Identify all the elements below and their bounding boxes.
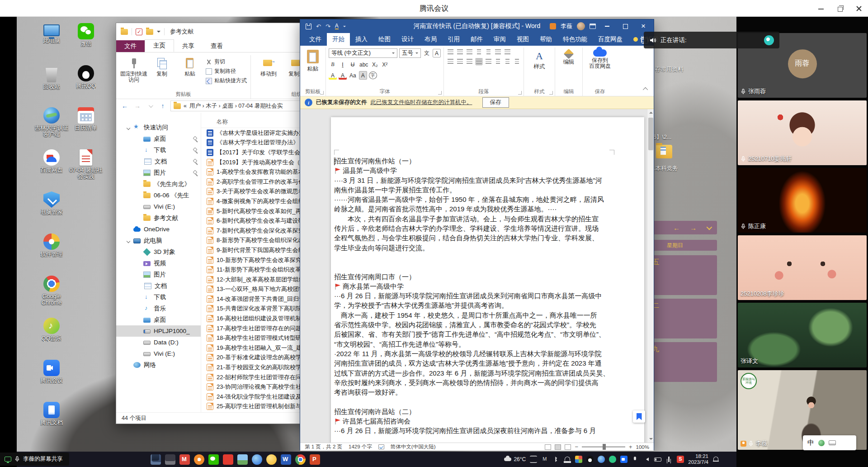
participant-tile[interactable]: 25210208李珍珍 [738, 235, 867, 300]
file-row[interactable]: 16-高校社团组织建设及管理机制_以哈 [201, 314, 316, 324]
nav-item[interactable]: OneDrive [116, 224, 201, 235]
notifications-icon[interactable] [712, 456, 719, 463]
nav-item[interactable]: 此电脑 [116, 235, 201, 246]
save-icon[interactable] [306, 24, 311, 29]
calendar-prev-icon[interactable]: ← [673, 224, 680, 232]
paste-button[interactable]: 粘贴 [303, 48, 323, 88]
cut-button[interactable]: 剪切 [206, 58, 247, 66]
file-row[interactable]: 18-高校学生社团管理模式转型研究_孟 [201, 333, 316, 343]
font-style-button[interactable]: B [329, 60, 337, 69]
file-row[interactable]: 8-新形势下高校学生会组织深化改革路 [201, 236, 316, 246]
desktop-icon[interactable]: 07-04 暑期社会实践 [68, 149, 104, 191]
file-row[interactable]: 《吉林大学学生社团管理办法》【全文 [201, 138, 316, 148]
tray-icon[interactable] [677, 456, 684, 463]
desktop-label[interactable]: 6】\2... [653, 133, 671, 141]
file-row[interactable]: 5-新时代高校学生会改革如何_再出发_ [201, 206, 316, 216]
participant-tile[interactable]: 25210710姜兆轩 [738, 100, 867, 165]
document-page[interactable]: 招生宣传河南焦作站（一） 温县第一高级中学 ····3 月 31 日，新能源与环… [331, 117, 644, 443]
participant-tile[interactable]: 张译文 [738, 303, 867, 367]
file-row[interactable]: 【2017】关于印发《学联学生会组织改 [201, 148, 316, 157]
explorer-tab[interactable]: 共享 [174, 40, 203, 52]
ribbon-tab[interactable]: 帮助 [534, 33, 557, 46]
taskbar-icon[interactable] [165, 454, 175, 465]
ribbon-tab[interactable]: 引用 [442, 33, 465, 46]
account-name[interactable]: 李薇 [561, 22, 572, 30]
file-row[interactable]: 【2019】关于推动高校学生会（研究生 [201, 157, 316, 167]
desktop-icon[interactable]: 电脑管家 [34, 191, 69, 234]
styles-button[interactable]: A 样式 [527, 48, 552, 71]
ribbon-tab[interactable]: 邮件 [465, 33, 488, 46]
paste-shortcut-button[interactable]: 粘贴快捷方式 [206, 77, 247, 85]
ribbon-tab[interactable]: 布局 [419, 33, 442, 46]
nav-item[interactable]: HPLJP1000_ [116, 325, 201, 337]
file-row[interactable]: 12-大部制_改革高校基层团学组织__省 [201, 275, 316, 285]
qat-dropdown-icon[interactable] [343, 26, 346, 29]
taskbar-icon[interactable] [310, 454, 320, 465]
desktop-icon[interactable]: 腾讯文档 [34, 402, 69, 444]
print-layout-icon[interactable] [555, 444, 561, 450]
tray-icon[interactable] [586, 456, 594, 463]
character-shading-button[interactable]: A [359, 71, 367, 80]
character-border-button[interactable]: A [433, 49, 441, 57]
file-row[interactable]: 4-微案例视角下的高校学生会组织改革 [201, 196, 316, 206]
file-row[interactable]: 19-高校学生社团融入_双一流_建设的若 [201, 343, 316, 353]
notif-link[interactable]: 此已恢复文件临时存储在您的计算机中。 [371, 99, 472, 106]
numbering-button[interactable] [456, 48, 464, 56]
explorer-tab[interactable]: 主页 [145, 39, 174, 52]
taskbar-icon[interactable] [266, 454, 277, 465]
taskbar-icon[interactable] [208, 454, 219, 465]
file-row[interactable]: 10-新形势下高校学生会改革探究_基于 [201, 255, 316, 265]
tray-icon[interactable] [552, 456, 560, 463]
dialog-launcher-icon[interactable] [438, 91, 442, 95]
desktop-icon[interactable]: 软件管理 [34, 234, 69, 276]
chevron-icon[interactable] [127, 124, 133, 131]
tray-icon[interactable] [530, 456, 537, 463]
nav-item[interactable]: 网络 [116, 359, 201, 371]
zoom-out-icon[interactable]: − [575, 443, 578, 450]
nav-item[interactable]: 桌面 [116, 133, 201, 144]
save-to-baidu-button[interactable]: 保存到百度网盘 [585, 48, 614, 69]
nav-item[interactable]: 下载 [116, 291, 201, 303]
ime-language[interactable]: 中 [807, 438, 814, 447]
font-style-button[interactable]: I [339, 60, 347, 69]
calendar-next-icon[interactable]: → [690, 224, 697, 232]
tray-icon[interactable] [609, 456, 616, 463]
sort-button[interactable] [494, 48, 502, 56]
vertical-scrollbar[interactable] [647, 109, 654, 443]
nav-item[interactable]: 下载 [116, 144, 201, 156]
file-row[interactable]: 22-韶村师院学生社团管理存在问题及对 [201, 372, 316, 382]
weather-widget[interactable]: 26°C [504, 456, 526, 462]
explorer-tab[interactable]: 文件 [116, 40, 145, 52]
font-style-button[interactable]: X₂ [371, 60, 379, 69]
ribbon-tab[interactable]: 视图 [511, 33, 534, 46]
move-to-button[interactable]: 移动到 [255, 56, 283, 77]
desktop-label[interactable]: 存常用资料 [655, 66, 684, 73]
file-row[interactable]: 1-高校学生会发挥教育功能的基本逻辑 [201, 167, 316, 177]
breadcrumb[interactable]: 用户 › 木子 › 桌面 › 07-04 暑期社会实 [189, 102, 283, 110]
file-row[interactable]: 6-新时代高校学生会改革与建设研究_以 [201, 216, 316, 226]
explorer-tab[interactable]: 查看 [203, 40, 231, 52]
desktop-icon[interactable]: 此电脑 [34, 23, 69, 65]
copy-path-button[interactable]: 复制路径 [206, 67, 247, 75]
tray-icon[interactable] [575, 456, 582, 463]
editing-button[interactable]: 编辑 [558, 48, 580, 66]
minimize-icon[interactable] [600, 19, 614, 33]
tray-icon[interactable] [632, 456, 639, 463]
chevron-icon[interactable] [127, 237, 133, 244]
file-row[interactable]: 25-高职学生社团管理机制创新与实践 [201, 402, 316, 412]
close-icon[interactable]: × [637, 19, 650, 33]
file-row[interactable]: 7-新时代高校学生会深化改革探究_以华 [201, 226, 316, 236]
nav-item[interactable]: 文档 [116, 156, 201, 167]
dialog-launcher-icon[interactable] [518, 91, 522, 95]
decrease-indent-button[interactable] [475, 48, 483, 56]
multilevel-list-button[interactable] [466, 48, 473, 56]
paste-button[interactable]: 粘贴 [176, 56, 204, 77]
zoom-in-icon[interactable]: + [629, 443, 632, 450]
file-row[interactable]: 14-改革强团背景下共青团_回归青年_ [201, 294, 316, 304]
read-mode-icon[interactable] [545, 444, 551, 450]
align-center-button[interactable] [456, 58, 464, 65]
bookmark-button[interactable] [633, 410, 645, 423]
close-icon[interactable] [855, 5, 863, 12]
desktop-icon[interactable]: 腾讯会议 [34, 360, 69, 402]
nav-item[interactable]: 《先生向北》 [116, 178, 201, 190]
